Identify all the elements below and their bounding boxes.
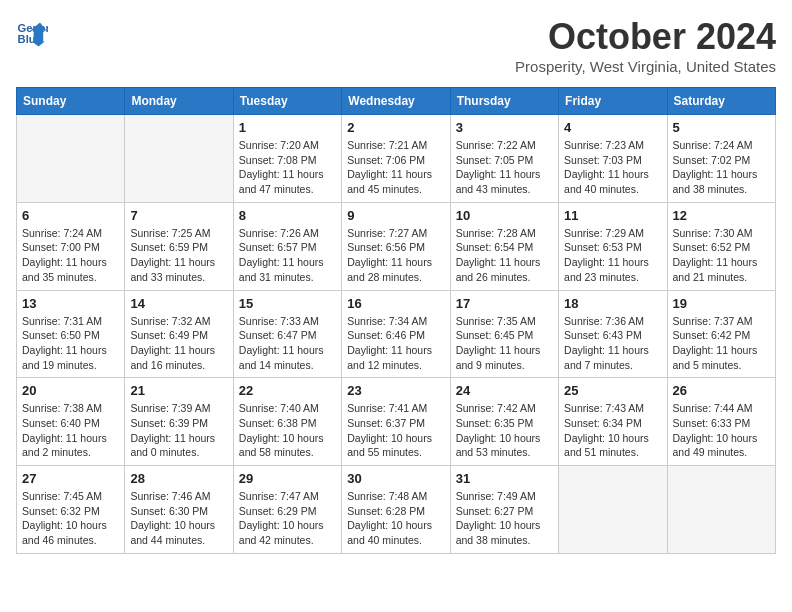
day-number: 19: [673, 296, 770, 311]
day-info: Sunrise: 7:24 AM Sunset: 7:00 PM Dayligh…: [22, 226, 119, 285]
week-row-5: 27Sunrise: 7:45 AM Sunset: 6:32 PM Dayli…: [17, 466, 776, 554]
day-info: Sunrise: 7:47 AM Sunset: 6:29 PM Dayligh…: [239, 489, 336, 548]
day-number: 21: [130, 383, 227, 398]
day-number: 7: [130, 208, 227, 223]
calendar-cell: 18Sunrise: 7:36 AM Sunset: 6:43 PM Dayli…: [559, 290, 667, 378]
calendar-cell: 7Sunrise: 7:25 AM Sunset: 6:59 PM Daylig…: [125, 202, 233, 290]
day-info: Sunrise: 7:24 AM Sunset: 7:02 PM Dayligh…: [673, 138, 770, 197]
header-day-thursday: Thursday: [450, 88, 558, 115]
calendar-table: SundayMondayTuesdayWednesdayThursdayFrid…: [16, 87, 776, 554]
day-info: Sunrise: 7:26 AM Sunset: 6:57 PM Dayligh…: [239, 226, 336, 285]
day-number: 29: [239, 471, 336, 486]
week-row-4: 20Sunrise: 7:38 AM Sunset: 6:40 PM Dayli…: [17, 378, 776, 466]
header-day-wednesday: Wednesday: [342, 88, 450, 115]
logo: General Blue: [16, 16, 48, 48]
calendar-cell: 3Sunrise: 7:22 AM Sunset: 7:05 PM Daylig…: [450, 115, 558, 203]
header-day-tuesday: Tuesday: [233, 88, 341, 115]
logo-icon: General Blue: [16, 16, 48, 48]
calendar-cell: [17, 115, 125, 203]
calendar-cell: 1Sunrise: 7:20 AM Sunset: 7:08 PM Daylig…: [233, 115, 341, 203]
calendar-cell: 22Sunrise: 7:40 AM Sunset: 6:38 PM Dayli…: [233, 378, 341, 466]
week-row-3: 13Sunrise: 7:31 AM Sunset: 6:50 PM Dayli…: [17, 290, 776, 378]
day-info: Sunrise: 7:43 AM Sunset: 6:34 PM Dayligh…: [564, 401, 661, 460]
day-info: Sunrise: 7:32 AM Sunset: 6:49 PM Dayligh…: [130, 314, 227, 373]
day-info: Sunrise: 7:21 AM Sunset: 7:06 PM Dayligh…: [347, 138, 444, 197]
title-area: October 2024 Prosperity, West Virginia, …: [515, 16, 776, 75]
day-number: 16: [347, 296, 444, 311]
day-number: 27: [22, 471, 119, 486]
calendar-cell: [125, 115, 233, 203]
calendar-cell: 17Sunrise: 7:35 AM Sunset: 6:45 PM Dayli…: [450, 290, 558, 378]
day-info: Sunrise: 7:22 AM Sunset: 7:05 PM Dayligh…: [456, 138, 553, 197]
day-number: 18: [564, 296, 661, 311]
day-info: Sunrise: 7:20 AM Sunset: 7:08 PM Dayligh…: [239, 138, 336, 197]
calendar-cell: 9Sunrise: 7:27 AM Sunset: 6:56 PM Daylig…: [342, 202, 450, 290]
page-header: General Blue October 2024 Prosperity, We…: [16, 16, 776, 75]
calendar-cell: 15Sunrise: 7:33 AM Sunset: 6:47 PM Dayli…: [233, 290, 341, 378]
header-day-monday: Monday: [125, 88, 233, 115]
calendar-cell: 23Sunrise: 7:41 AM Sunset: 6:37 PM Dayli…: [342, 378, 450, 466]
calendar-cell: 10Sunrise: 7:28 AM Sunset: 6:54 PM Dayli…: [450, 202, 558, 290]
calendar-cell: [667, 466, 775, 554]
calendar-cell: 12Sunrise: 7:30 AM Sunset: 6:52 PM Dayli…: [667, 202, 775, 290]
calendar-cell: 16Sunrise: 7:34 AM Sunset: 6:46 PM Dayli…: [342, 290, 450, 378]
calendar-cell: 31Sunrise: 7:49 AM Sunset: 6:27 PM Dayli…: [450, 466, 558, 554]
day-number: 28: [130, 471, 227, 486]
day-info: Sunrise: 7:31 AM Sunset: 6:50 PM Dayligh…: [22, 314, 119, 373]
day-number: 31: [456, 471, 553, 486]
day-info: Sunrise: 7:37 AM Sunset: 6:42 PM Dayligh…: [673, 314, 770, 373]
day-number: 26: [673, 383, 770, 398]
day-number: 20: [22, 383, 119, 398]
day-number: 2: [347, 120, 444, 135]
day-info: Sunrise: 7:44 AM Sunset: 6:33 PM Dayligh…: [673, 401, 770, 460]
day-number: 14: [130, 296, 227, 311]
day-info: Sunrise: 7:42 AM Sunset: 6:35 PM Dayligh…: [456, 401, 553, 460]
day-number: 4: [564, 120, 661, 135]
day-number: 5: [673, 120, 770, 135]
day-number: 24: [456, 383, 553, 398]
day-info: Sunrise: 7:36 AM Sunset: 6:43 PM Dayligh…: [564, 314, 661, 373]
calendar-cell: 13Sunrise: 7:31 AM Sunset: 6:50 PM Dayli…: [17, 290, 125, 378]
day-info: Sunrise: 7:28 AM Sunset: 6:54 PM Dayligh…: [456, 226, 553, 285]
month-title: October 2024: [515, 16, 776, 58]
calendar-cell: 25Sunrise: 7:43 AM Sunset: 6:34 PM Dayli…: [559, 378, 667, 466]
day-number: 25: [564, 383, 661, 398]
calendar-cell: 6Sunrise: 7:24 AM Sunset: 7:00 PM Daylig…: [17, 202, 125, 290]
day-info: Sunrise: 7:25 AM Sunset: 6:59 PM Dayligh…: [130, 226, 227, 285]
day-number: 13: [22, 296, 119, 311]
day-info: Sunrise: 7:38 AM Sunset: 6:40 PM Dayligh…: [22, 401, 119, 460]
calendar-cell: 29Sunrise: 7:47 AM Sunset: 6:29 PM Dayli…: [233, 466, 341, 554]
day-info: Sunrise: 7:48 AM Sunset: 6:28 PM Dayligh…: [347, 489, 444, 548]
day-info: Sunrise: 7:45 AM Sunset: 6:32 PM Dayligh…: [22, 489, 119, 548]
day-number: 12: [673, 208, 770, 223]
calendar-cell: 5Sunrise: 7:24 AM Sunset: 7:02 PM Daylig…: [667, 115, 775, 203]
day-info: Sunrise: 7:41 AM Sunset: 6:37 PM Dayligh…: [347, 401, 444, 460]
day-info: Sunrise: 7:30 AM Sunset: 6:52 PM Dayligh…: [673, 226, 770, 285]
calendar-cell: 14Sunrise: 7:32 AM Sunset: 6:49 PM Dayli…: [125, 290, 233, 378]
day-number: 1: [239, 120, 336, 135]
calendar-cell: 19Sunrise: 7:37 AM Sunset: 6:42 PM Dayli…: [667, 290, 775, 378]
header-day-sunday: Sunday: [17, 88, 125, 115]
day-number: 11: [564, 208, 661, 223]
day-number: 10: [456, 208, 553, 223]
calendar-cell: [559, 466, 667, 554]
header-day-saturday: Saturday: [667, 88, 775, 115]
day-number: 17: [456, 296, 553, 311]
day-number: 6: [22, 208, 119, 223]
calendar-cell: 28Sunrise: 7:46 AM Sunset: 6:30 PM Dayli…: [125, 466, 233, 554]
calendar-cell: 21Sunrise: 7:39 AM Sunset: 6:39 PM Dayli…: [125, 378, 233, 466]
calendar-cell: 2Sunrise: 7:21 AM Sunset: 7:06 PM Daylig…: [342, 115, 450, 203]
week-row-1: 1Sunrise: 7:20 AM Sunset: 7:08 PM Daylig…: [17, 115, 776, 203]
location-title: Prosperity, West Virginia, United States: [515, 58, 776, 75]
day-number: 8: [239, 208, 336, 223]
day-info: Sunrise: 7:46 AM Sunset: 6:30 PM Dayligh…: [130, 489, 227, 548]
calendar-cell: 24Sunrise: 7:42 AM Sunset: 6:35 PM Dayli…: [450, 378, 558, 466]
calendar-cell: 11Sunrise: 7:29 AM Sunset: 6:53 PM Dayli…: [559, 202, 667, 290]
day-info: Sunrise: 7:40 AM Sunset: 6:38 PM Dayligh…: [239, 401, 336, 460]
calendar-cell: 30Sunrise: 7:48 AM Sunset: 6:28 PM Dayli…: [342, 466, 450, 554]
day-number: 23: [347, 383, 444, 398]
header-row: SundayMondayTuesdayWednesdayThursdayFrid…: [17, 88, 776, 115]
calendar-cell: 8Sunrise: 7:26 AM Sunset: 6:57 PM Daylig…: [233, 202, 341, 290]
day-info: Sunrise: 7:49 AM Sunset: 6:27 PM Dayligh…: [456, 489, 553, 548]
day-number: 22: [239, 383, 336, 398]
